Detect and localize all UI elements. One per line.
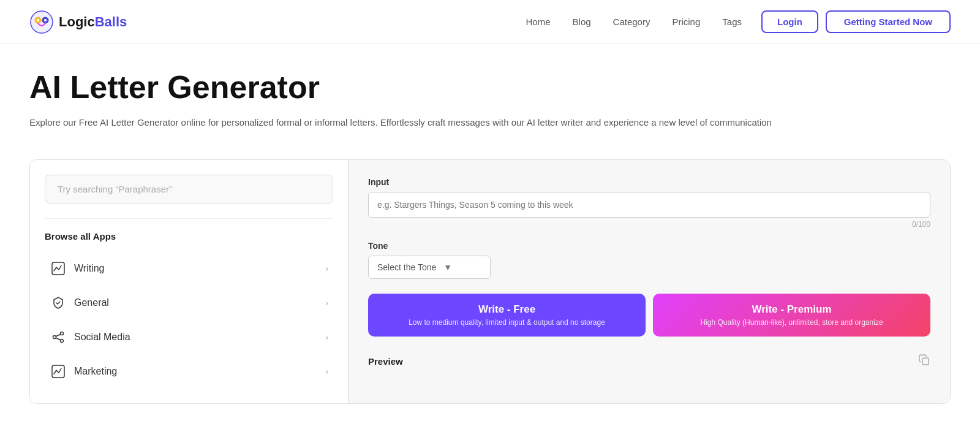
preview-header: Preview — [368, 354, 930, 369]
browse-title: Browse all Apps — [45, 231, 333, 242]
nav-category[interactable]: Category — [613, 17, 650, 27]
social-media-chevron: › — [325, 332, 328, 342]
category-marketing[interactable]: Marketing › — [45, 354, 333, 389]
category-list: Writing › General › — [45, 251, 333, 389]
divider — [45, 218, 333, 219]
tone-placeholder: Select the Tone — [377, 262, 436, 272]
category-social-media[interactable]: Social Media › — [45, 320, 333, 354]
nav-pricing[interactable]: Pricing — [672, 17, 700, 27]
tone-dropdown-arrow: ▼ — [443, 262, 452, 272]
general-icon — [50, 294, 67, 311]
social-media-icon — [50, 329, 67, 346]
social-media-label: Social Media — [74, 332, 325, 343]
input-field[interactable] — [368, 192, 930, 218]
nav-tags[interactable]: Tags — [722, 17, 742, 27]
nav-links: Home Blog Category Pricing Tags — [526, 17, 742, 28]
svg-rect-12 — [922, 358, 929, 365]
write-buttons: Write - Free Low to medium quality, limi… — [368, 294, 930, 337]
write-premium-title: Write - Premium — [668, 303, 916, 316]
left-panel: Try searching “Paraphraser” Browse all A… — [30, 160, 349, 403]
nav-home[interactable]: Home — [526, 17, 551, 27]
svg-point-6 — [61, 332, 64, 335]
write-free-subtitle: Low to medium quality, limited input & o… — [383, 318, 631, 327]
write-premium-subtitle: High Quality (Human-like), unlimited, st… — [668, 318, 916, 327]
general-chevron: › — [325, 298, 328, 308]
category-writing[interactable]: Writing › — [45, 251, 333, 286]
hero-description: Explore our Free AI Letter Generator onl… — [29, 115, 826, 130]
tone-label: Tone — [368, 241, 930, 251]
svg-point-4 — [44, 19, 47, 21]
svg-point-7 — [53, 336, 56, 339]
logo-icon — [29, 10, 54, 34]
writing-chevron: › — [325, 264, 328, 273]
marketing-icon — [50, 363, 67, 380]
svg-point-3 — [37, 19, 39, 21]
main-card: Try searching “Paraphraser” Browse all A… — [29, 159, 951, 404]
write-free-button[interactable]: Write - Free Low to medium quality, limi… — [368, 294, 646, 337]
marketing-chevron: › — [325, 367, 328, 376]
nav-blog[interactable]: Blog — [573, 17, 591, 27]
page-title: AI Letter Generator — [29, 69, 951, 105]
login-button[interactable]: Login — [761, 10, 818, 33]
marketing-label: Marketing — [74, 366, 325, 377]
write-premium-button[interactable]: Write - Premium High Quality (Human-like… — [653, 294, 930, 337]
writing-label: Writing — [74, 263, 325, 274]
svg-line-9 — [56, 334, 61, 337]
writing-icon — [50, 260, 67, 277]
copy-icon[interactable] — [918, 354, 930, 369]
navbar: LogicBalls Home Blog Category Pricing Ta… — [0, 0, 980, 44]
input-label: Input — [368, 177, 930, 187]
logo-logic-text: Logic — [59, 14, 95, 29]
logo[interactable]: LogicBalls — [29, 10, 127, 34]
svg-line-10 — [56, 338, 61, 340]
right-panel: Input 0/100 Tone Select the Tone ▼ Write… — [349, 160, 950, 403]
category-general[interactable]: General › — [45, 286, 333, 320]
general-label: General — [74, 297, 325, 308]
search-box[interactable]: Try searching “Paraphraser” — [45, 175, 333, 204]
svg-point-0 — [31, 11, 53, 33]
hero-section: AI Letter Generator Explore our Free AI … — [0, 44, 980, 145]
char-count: 0/100 — [368, 220, 930, 229]
logo-balls-text: Balls — [95, 14, 127, 29]
svg-point-8 — [61, 340, 64, 343]
tone-select[interactable]: Select the Tone ▼ — [368, 256, 491, 279]
write-free-title: Write - Free — [383, 303, 631, 316]
get-started-button[interactable]: Getting Started Now — [826, 10, 951, 33]
preview-label: Preview — [368, 356, 403, 367]
